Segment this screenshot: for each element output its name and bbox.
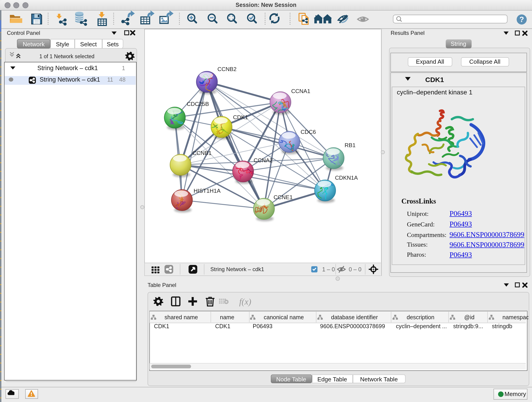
svg-text:1 – 0: 1 – 0	[322, 266, 335, 273]
svg-text:CDK1: CDK1	[233, 114, 248, 120]
svg-text:f(x): f(x)	[239, 297, 251, 307]
svg-text:CCNA1: CCNA1	[291, 88, 310, 94]
svg-text:description: description	[407, 314, 434, 320]
svg-text:P06493: P06493	[253, 323, 272, 329]
svg-text:CDK1: CDK1	[154, 323, 169, 329]
svg-text:stringdb: stringdb	[492, 323, 512, 329]
svg-text:CCNA2: CCNA2	[254, 157, 273, 163]
svg-text:shared name: shared name	[165, 314, 198, 320]
svg-text:?: ?	[519, 15, 524, 24]
svg-text:CDC25B: CDC25B	[187, 101, 209, 107]
svg-text:CDK1: CDK1	[215, 323, 230, 329]
svg-text:stringdb:9...: stringdb:9...	[453, 323, 483, 329]
svg-text:@id: @id	[464, 314, 475, 320]
svg-text:database identifier: database identifier	[331, 314, 378, 320]
svg-text:canonical name: canonical name	[264, 314, 304, 320]
svg-text:CCNE1: CCNE1	[273, 194, 293, 200]
svg-text:RB1: RB1	[345, 142, 355, 148]
svg-text:CCNB1: CCNB1	[192, 150, 211, 156]
svg-text:String Network – cdk1: String Network – cdk1	[210, 266, 264, 272]
svg-text:HIST1H1A: HIST1H1A	[194, 187, 221, 194]
svg-text:CCNB2: CCNB2	[217, 66, 236, 72]
svg-text:9606.ENSP00000378699: 9606.ENSP00000378699	[320, 323, 385, 329]
svg-text:0 – 0: 0 – 0	[349, 266, 361, 273]
svg-text:CDC6: CDC6	[301, 128, 316, 135]
svg-text:name: name	[220, 314, 234, 320]
svg-text:namespace: namespace	[502, 314, 528, 320]
svg-text:cyclin–dependent ...: cyclin–dependent ...	[396, 323, 447, 329]
svg-text:CDKN1A: CDKN1A	[335, 174, 358, 181]
